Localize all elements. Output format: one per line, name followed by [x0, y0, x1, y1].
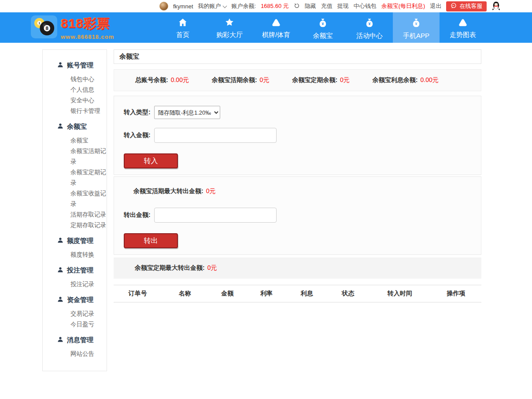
sidebar-item-quota-convert[interactable]: 额度转换	[43, 250, 107, 260]
sidebar-item-site-announcement[interactable]: 网站公告	[43, 349, 107, 359]
withdraw-link[interactable]: 提现	[337, 2, 349, 10]
qq-icon[interactable]	[491, 1, 501, 12]
sidebar-section-messages[interactable]: 消息管理	[43, 336, 107, 344]
main-nav: 1 8 818彩票 www.866818.com 首页 购彩大厅 棋牌/体育 ¥	[0, 12, 532, 43]
person-icon	[57, 296, 63, 304]
nav-item-trend-charts[interactable]: 走势图表	[440, 12, 486, 43]
logout-link[interactable]: 退出	[430, 2, 441, 10]
triangle-icon	[458, 18, 468, 28]
chevron-down-icon	[223, 4, 227, 7]
current-max-transfer-out: 余额宝活期最大转出金额:0元	[133, 187, 481, 195]
recharge-link[interactable]: 充值	[321, 2, 332, 10]
sidebar-item-personal-info[interactable]: 个人信息	[43, 85, 107, 95]
person-icon	[57, 336, 63, 344]
nav-items: 首页 购彩大厅 棋牌/体育 ¥ 余额宝 ¥ 活动中心 ¥ 手机APP 走势图表	[159, 12, 486, 43]
svg-text:8: 8	[46, 26, 49, 31]
transfer-in-amount-input[interactable]	[154, 128, 277, 143]
sidebar-section-quota[interactable]: 额度管理	[43, 237, 107, 245]
site-url: www.866818.com	[61, 34, 114, 40]
transfer-out-amount-input[interactable]	[154, 208, 277, 223]
svg-text:1: 1	[38, 21, 41, 25]
my-account-menu[interactable]: 我的账户	[198, 2, 227, 10]
person-icon	[57, 237, 63, 245]
billiards-logo-icon: 1 8	[31, 15, 57, 41]
money-bag-icon: ¥	[365, 18, 374, 29]
username: fkymnet	[173, 3, 193, 10]
col-status: 状态	[327, 290, 369, 298]
headset-chat-icon	[451, 3, 457, 10]
col-rate: 利率	[247, 290, 286, 298]
col-actions: 操作项	[431, 290, 481, 298]
home-icon	[178, 18, 188, 28]
nav-item-activity-center[interactable]: ¥ 活动中心	[346, 12, 393, 43]
svg-text:¥: ¥	[322, 22, 324, 26]
nav-item-lottery-hall[interactable]: 购彩大厅	[206, 12, 253, 43]
col-interest: 利息	[286, 290, 327, 298]
transfer-out-button[interactable]: 转出	[124, 233, 178, 248]
person-icon	[57, 267, 63, 274]
transfer-out-panel: 余额宝活期最大转出金额:0元 转出金额: 转出	[114, 176, 481, 255]
center-wallet-link[interactable]: 中心钱包	[354, 2, 377, 10]
sidebar-section-betting[interactable]: 投注管理	[43, 266, 107, 275]
col-order-no: 订单号	[114, 290, 162, 298]
refresh-icon[interactable]	[294, 3, 300, 10]
yuebao-daily-link[interactable]: 余额宝(每日利息)	[381, 2, 425, 10]
hide-balance-link[interactable]: 隐藏	[305, 2, 316, 10]
money-bag-icon: ¥	[411, 18, 421, 29]
sidebar-section-account[interactable]: 账号管理	[43, 61, 107, 70]
site-name: 818彩票	[61, 15, 114, 33]
svg-text:¥: ¥	[369, 22, 371, 26]
sidebar-item-yuebao[interactable]: 余额宝	[43, 135, 107, 146]
sidebar-item-security-center[interactable]: 安全中心	[43, 95, 107, 106]
topbar: fkymnet 我的账户 账户余额: 1685.60 元 隐藏 充值 提现 中心…	[0, 0, 532, 12]
transfer-in-type-label: 转入类型:	[124, 108, 151, 116]
person-icon	[57, 62, 63, 69]
transfer-out-amount-label: 转出金额:	[124, 211, 151, 219]
user-avatar[interactable]	[159, 2, 168, 11]
col-name: 名称	[162, 290, 208, 298]
nav-item-yuebao[interactable]: ¥ 余额宝	[299, 12, 346, 43]
balance-label: 账户余额:	[232, 2, 256, 10]
sidebar-item-bet-record[interactable]: 投注记录	[43, 279, 107, 290]
stat-current-balance: 余额宝活期余额:0元	[212, 76, 269, 84]
svg-text:¥: ¥	[415, 22, 417, 26]
col-transfer-time: 转入时间	[369, 290, 431, 298]
col-amount: 金额	[208, 290, 247, 298]
fixed-max-transfer-out: 余额宝定期最大转出金额:0元	[114, 257, 481, 279]
sidebar-item-yuebao-income-record[interactable]: 余额宝收益记录	[43, 188, 107, 209]
sidebar-item-yuebao-current-record[interactable]: 余额宝活期记录	[43, 146, 107, 167]
main-content: 余额宝 总账号余额:0.00元 余额宝活期余额:0元 余额宝定期余额:0元 余额…	[114, 49, 481, 371]
transfer-in-button[interactable]: 转入	[124, 153, 178, 168]
triangle-icon	[271, 18, 281, 28]
site-logo[interactable]: 1 8 818彩票 www.866818.com	[31, 12, 159, 43]
sidebar-section-funds[interactable]: 资金管理	[43, 296, 107, 304]
records-table-header: 订单号 名称 金额 利率 利息 状态 转入时间 操作项	[114, 285, 481, 302]
stat-total-balance: 总账号余额:0.00元	[135, 76, 189, 84]
transfer-in-panel: 转入类型: 随存随取-利息1.20‰ 转入金额: 转入	[114, 96, 481, 175]
balance-value: 1685.60 元	[261, 2, 289, 10]
stat-fixed-balance: 余额宝定期余额:0元	[292, 76, 349, 84]
nav-item-games-sports[interactable]: 棋牌/体育	[253, 12, 299, 43]
sidebar-item-wallet-center[interactable]: 钱包中心	[43, 74, 107, 85]
sidebar-item-bank-card[interactable]: 银行卡管理	[43, 106, 107, 116]
sidebar: 账号管理 钱包中心 个人信息 安全中心 银行卡管理 余额宝 余额宝 余额宝活期记…	[42, 49, 107, 371]
sidebar-section-yuebao[interactable]: 余额宝	[43, 123, 107, 131]
sidebar-item-fixed-deposit-record[interactable]: 定期存取记录	[43, 220, 107, 231]
nav-item-home[interactable]: 首页	[159, 12, 206, 43]
money-bag-icon: ¥	[318, 18, 328, 29]
online-service-button[interactable]: 在线客服	[446, 1, 487, 11]
sidebar-item-today-profit[interactable]: 今日盈亏	[43, 319, 107, 330]
star-icon	[225, 18, 234, 28]
transfer-in-amount-label: 转入金额:	[124, 131, 151, 139]
page-title: 余额宝	[114, 49, 481, 64]
sidebar-item-current-deposit-record[interactable]: 活期存取记录	[43, 209, 107, 220]
balance-stats: 总账号余额:0.00元 余额宝活期余额:0元 余额宝定期余额:0元 余额宝利息余…	[114, 69, 481, 91]
transfer-in-type-select[interactable]: 随存随取-利息1.20‰	[154, 106, 220, 119]
person-icon	[57, 123, 63, 131]
stat-interest-balance: 余额宝利息余额:0.00元	[373, 76, 439, 84]
sidebar-item-transaction-record[interactable]: 交易记录	[43, 309, 107, 319]
sidebar-item-yuebao-fixed-record[interactable]: 余额宝定期记录	[43, 167, 107, 188]
nav-item-mobile-app[interactable]: ¥ 手机APP	[393, 12, 440, 43]
